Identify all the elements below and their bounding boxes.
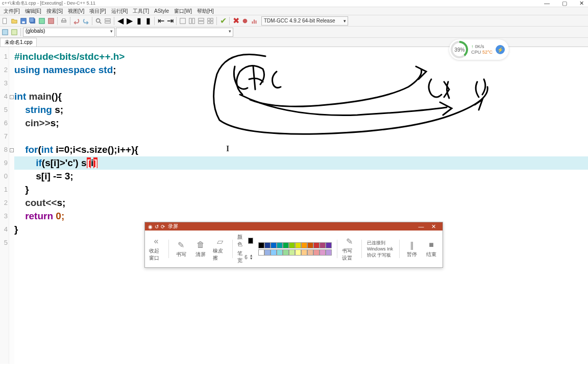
color-swatch[interactable] xyxy=(295,249,301,256)
profile-icon[interactable] xyxy=(250,17,258,25)
code-area[interactable]: #include<bits/stdc++.h> using namespace … xyxy=(14,47,588,364)
redo-icon[interactable] xyxy=(82,17,90,25)
separator xyxy=(154,17,155,25)
fold-toggle-icon[interactable]: - xyxy=(10,95,14,99)
fold-toggle-icon[interactable]: - xyxy=(10,148,14,152)
menu-tools[interactable]: 工具[T] xyxy=(130,8,152,15)
stop-icon: ■ xyxy=(426,240,436,250)
color-swatch[interactable] xyxy=(258,242,264,248)
new-project-icon[interactable] xyxy=(1,28,9,36)
menu-view[interactable]: 视图[V] xyxy=(65,8,87,15)
stop-icon[interactable]: ✖ xyxy=(232,17,240,25)
color-swatch[interactable] xyxy=(289,249,295,256)
indent-right-icon[interactable]: ⇥ xyxy=(166,17,174,25)
clear-button[interactable]: 🗑 清屏 xyxy=(193,240,208,258)
color-swatch[interactable] xyxy=(326,242,332,248)
separator xyxy=(114,17,114,25)
current-color-swatch[interactable] xyxy=(248,238,253,244)
bookmark2-icon[interactable]: ▮ xyxy=(144,17,152,25)
line-gutter: 123 456 789 012 345 xyxy=(0,47,9,364)
color-swatch[interactable] xyxy=(277,249,283,256)
menu-help[interactable]: 帮助[H] xyxy=(194,8,216,15)
menu-astyle[interactable]: AStyle xyxy=(152,8,172,14)
maximize-button[interactable]: ▢ xyxy=(559,0,570,7)
close-file-icon[interactable] xyxy=(47,17,55,25)
refresh-icon[interactable]: ⟳ xyxy=(161,224,165,229)
close-button[interactable]: ✕ xyxy=(576,0,587,7)
new-file-icon[interactable] xyxy=(1,17,9,25)
color-swatch[interactable] xyxy=(307,249,313,256)
color-swatch[interactable] xyxy=(258,249,264,256)
color-swatch[interactable] xyxy=(313,242,320,248)
tab-file[interactable]: 未命名1.cpp xyxy=(0,38,37,47)
svg-rect-19 xyxy=(211,18,213,20)
bookmark-icon[interactable]: ▮ xyxy=(135,17,143,25)
cpu-percent: 39% xyxy=(453,43,466,56)
color-swatch[interactable] xyxy=(301,249,307,256)
system-monitor-widget[interactable]: 39% ↑ 0K/s CPU 52°C ⚡ xyxy=(449,39,509,60)
stop-button[interactable]: ■ 结束 xyxy=(424,240,438,258)
pen-tool-button[interactable]: ✎ 书写 xyxy=(174,240,188,258)
color-swatch[interactable] xyxy=(301,242,307,248)
color-swatch[interactable] xyxy=(283,242,289,248)
color-swatch[interactable] xyxy=(326,249,332,256)
member-combo[interactable] xyxy=(116,28,233,37)
save-all-icon[interactable] xyxy=(29,17,37,25)
minimize-button[interactable]: — xyxy=(541,0,553,7)
pause-icon: ‖ xyxy=(407,240,417,250)
layout2-icon[interactable] xyxy=(188,17,196,25)
color-swatch[interactable] xyxy=(264,249,271,256)
compiler-select[interactable]: TDM-GCC 4.9.2 64-bit Release xyxy=(261,16,348,26)
color-swatch[interactable] xyxy=(271,242,277,248)
menu-window[interactable]: 窗口[W] xyxy=(172,8,194,15)
color-swatch[interactable] xyxy=(264,242,271,248)
color-swatch[interactable] xyxy=(307,242,313,248)
menu-project[interactable]: 项目[P] xyxy=(87,8,108,15)
menu-search[interactable]: 搜索[S] xyxy=(44,8,65,15)
svg-rect-23 xyxy=(252,21,253,23)
layout3-icon[interactable] xyxy=(197,17,205,25)
collapse-button[interactable]: « 收起窗口 xyxy=(149,236,163,262)
goto-next-icon[interactable]: ▶ xyxy=(126,17,134,25)
minimize-panel-button[interactable]: — xyxy=(415,223,427,230)
pause-button[interactable]: ‖ 暂停 xyxy=(405,240,419,258)
svg-rect-18 xyxy=(208,18,210,20)
width-down-button[interactable]: ▼ xyxy=(250,257,253,260)
settings-button[interactable]: ✎ 书写设置 xyxy=(342,236,356,262)
save-icon[interactable] xyxy=(19,17,28,25)
color-swatch[interactable] xyxy=(277,242,283,248)
open-file-icon[interactable] xyxy=(10,17,18,25)
replace-icon[interactable] xyxy=(104,17,112,25)
menu-file[interactable]: 文件[F] xyxy=(1,8,22,15)
svg-rect-13 xyxy=(180,18,186,24)
restart-icon[interactable]: ↺ xyxy=(155,224,159,229)
layout1-icon[interactable] xyxy=(179,17,187,25)
undo-icon[interactable] xyxy=(72,17,81,25)
eraser-button[interactable]: ▱ 橡皮擦 xyxy=(213,236,227,262)
menu-edit[interactable]: 编辑[E] xyxy=(22,8,44,15)
close-panel-button[interactable]: ✕ xyxy=(427,223,439,230)
color-swatch[interactable] xyxy=(271,249,277,256)
color-swatch[interactable] xyxy=(313,249,320,256)
annotation-titlebar[interactable]: ◉ ↺ ⟳ 录屏 — ✕ xyxy=(145,222,443,231)
menu-run[interactable]: 运行[R] xyxy=(109,8,131,15)
find-icon[interactable] xyxy=(94,17,103,25)
print-icon[interactable] xyxy=(60,17,68,25)
indent-left-icon[interactable]: ⇤ xyxy=(157,17,165,25)
color-swatch[interactable] xyxy=(295,242,301,248)
color-swatch[interactable] xyxy=(289,242,295,248)
code-editor[interactable]: 123 456 789 012 345 - - #include<bits/st… xyxy=(0,47,588,364)
annotation-panel[interactable]: ◉ ↺ ⟳ 录屏 — ✕ « 收起窗口 ✎ 书写 🗑 清屏 ▱ 橡皮擦 xyxy=(144,222,443,268)
accelerate-icon[interactable]: ⚡ xyxy=(496,45,505,54)
goto-prev-icon[interactable]: ◀ xyxy=(116,17,125,25)
separator xyxy=(20,28,21,36)
color-swatch[interactable] xyxy=(320,249,326,256)
save-as-icon[interactable] xyxy=(38,17,46,25)
compile-icon[interactable]: ✔ xyxy=(219,17,227,25)
color-swatch[interactable] xyxy=(320,242,326,248)
debug-icon[interactable] xyxy=(241,17,249,25)
layout4-icon[interactable] xyxy=(206,17,214,25)
add-file-icon[interactable] xyxy=(10,28,18,36)
color-swatch[interactable] xyxy=(283,249,289,256)
scope-combo[interactable]: (globals) xyxy=(23,28,115,37)
